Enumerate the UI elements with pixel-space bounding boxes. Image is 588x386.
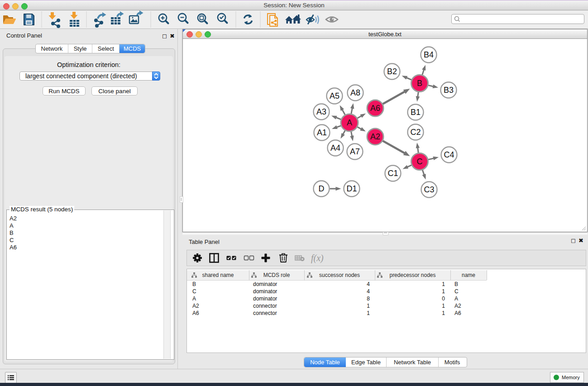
svg-text:C1: C1 [387, 169, 398, 178]
svg-text:A: A [347, 118, 352, 127]
svg-text:B3: B3 [444, 86, 454, 95]
svg-text:f(x): f(x) [311, 253, 324, 263]
svg-text:B2: B2 [387, 67, 397, 76]
svg-text:A1: A1 [317, 128, 327, 137]
svg-text:A4: A4 [330, 143, 340, 152]
svg-text:A6: A6 [370, 104, 380, 113]
svg-text:D1: D1 [346, 184, 357, 193]
svg-text:C2: C2 [410, 128, 421, 137]
svg-text:A8: A8 [350, 88, 360, 97]
svg-text:B1: B1 [411, 108, 421, 117]
svg-text:D: D [319, 184, 325, 193]
svg-text:B: B [417, 79, 422, 88]
svg-text:A3: A3 [316, 107, 326, 116]
svg-text:C4: C4 [444, 150, 454, 159]
svg-text:A7: A7 [350, 147, 360, 156]
svg-text:B4: B4 [424, 50, 434, 59]
svg-text:C3: C3 [424, 185, 434, 194]
svg-text:A5: A5 [330, 91, 339, 100]
svg-text:C: C [417, 157, 423, 166]
svg-text:A2: A2 [370, 132, 380, 141]
